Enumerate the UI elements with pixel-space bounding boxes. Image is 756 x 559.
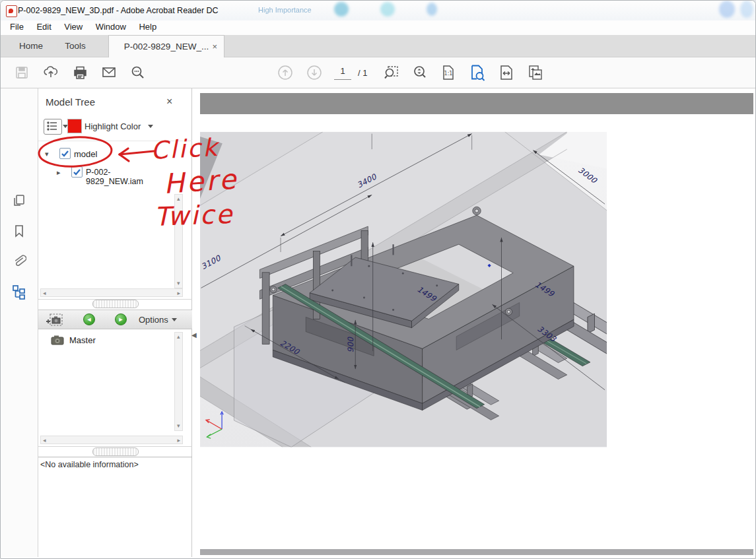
page-background-bottom bbox=[200, 549, 753, 555]
tree-horizontal-scrollbar[interactable]: ◂▸ bbox=[40, 288, 183, 297]
previous-page-button[interactable] bbox=[276, 63, 294, 82]
model-tree-icon[interactable] bbox=[10, 282, 28, 301]
page-display-button[interactable] bbox=[526, 63, 545, 82]
search-button[interactable] bbox=[129, 63, 147, 82]
attachments-icon[interactable] bbox=[10, 252, 28, 271]
ghost-icon bbox=[740, 1, 753, 18]
actual-size-button[interactable]: 1:1 bbox=[439, 63, 458, 82]
previous-view-button[interactable]: ◄ bbox=[83, 313, 95, 325]
camera-icon bbox=[50, 335, 66, 348]
views-options-label[interactable]: Options bbox=[139, 315, 168, 325]
menu-edit[interactable]: Edit bbox=[36, 22, 51, 32]
menu-help[interactable]: Help bbox=[139, 22, 156, 32]
highlight-color-caret-icon[interactable] bbox=[148, 125, 153, 128]
email-button[interactable] bbox=[100, 63, 118, 82]
chevron-down-icon[interactable]: ▾ bbox=[45, 150, 49, 158]
tree-vertical-scrollbar[interactable]: ▴▾ bbox=[174, 194, 183, 288]
tab-document[interactable]: P-002-9829_NEW_... × bbox=[108, 35, 224, 57]
title-bar: P-002-9829_NEW_3D.pdf - Adobe Acrobat Re… bbox=[1, 1, 755, 20]
tree-node-label[interactable]: P-002-9829_NEW.iam bbox=[86, 168, 143, 186]
panel-close-icon[interactable]: × bbox=[166, 96, 172, 108]
window-title: P-002-9829_NEW_3D.pdf - Adobe Acrobat Re… bbox=[18, 6, 219, 15]
tab-tools[interactable]: Tools bbox=[55, 35, 95, 57]
pdf-file-icon bbox=[6, 5, 17, 17]
highlight-color-label: Highlight Color bbox=[85, 121, 141, 131]
zoom-options-button[interactable] bbox=[411, 63, 429, 82]
save-button[interactable] bbox=[13, 63, 31, 82]
svg-text:1:1: 1:1 bbox=[444, 71, 453, 77]
zoom-page-level-button[interactable] bbox=[468, 63, 487, 82]
page-background-top bbox=[200, 93, 753, 114]
tree-options-button[interactable] bbox=[44, 119, 62, 135]
ghost-icon bbox=[427, 3, 437, 16]
highlight-color-swatch[interactable] bbox=[67, 119, 82, 133]
views-horizontal-scrollbar[interactable]: ◂▸ bbox=[40, 436, 183, 444]
fit-width-button[interactable] bbox=[497, 63, 516, 82]
next-page-button[interactable] bbox=[305, 63, 324, 82]
ghost-icon bbox=[719, 1, 735, 18]
views-vertical-scrollbar[interactable]: ▴▾ bbox=[174, 332, 183, 431]
background-ghost-text: High Importance bbox=[258, 6, 312, 14]
page-total-label: / 1 bbox=[358, 68, 367, 78]
dim-900: 900 bbox=[346, 336, 355, 352]
panel-splitter-handle[interactable] bbox=[92, 447, 139, 456]
acrobat-window: P-002-9829_NEW_3D.pdf - Adobe Acrobat Re… bbox=[0, 0, 756, 559]
panel-title: Model Tree bbox=[46, 96, 95, 108]
page-thumbnails-icon[interactable] bbox=[10, 191, 28, 210]
page-number-input[interactable]: 1 bbox=[334, 66, 351, 80]
marquee-zoom-button[interactable] bbox=[382, 63, 400, 82]
ghost-icon bbox=[334, 2, 349, 16]
model-checkbox[interactable] bbox=[59, 148, 71, 159]
create-view-button[interactable] bbox=[45, 312, 63, 331]
model-tree-panel: Model Tree × Highlight Color ▾ model ▸ P… bbox=[38, 88, 192, 557]
print-button[interactable] bbox=[71, 63, 89, 82]
3d-annotation-canvas[interactable]: 3400 3000 3100 1499 1499 2200 900 3303 bbox=[200, 118, 753, 547]
tab-bar: Home Tools P-002-9829_NEW_... × bbox=[1, 35, 755, 57]
info-bar-text: <No available information> bbox=[40, 460, 139, 469]
views-options-caret-icon[interactable] bbox=[172, 318, 177, 321]
bookmarks-icon[interactable] bbox=[10, 222, 28, 240]
next-view-button[interactable]: ► bbox=[115, 313, 127, 325]
menu-window[interactable]: Window bbox=[96, 22, 126, 32]
navigation-rail bbox=[1, 88, 38, 557]
menu-file[interactable]: File bbox=[10, 22, 24, 32]
main-toolbar: 1 / 1 1:1 bbox=[1, 57, 755, 88]
views-toolbar: ◄ ► Options bbox=[38, 310, 192, 329]
chevron-right-icon[interactable]: ▸ bbox=[57, 168, 61, 177]
tree-node-label[interactable]: model bbox=[74, 149, 97, 159]
tab-document-label[interactable]: P-002-9829_NEW_... bbox=[124, 42, 209, 51]
menu-view[interactable]: View bbox=[64, 22, 83, 32]
ghost-icon bbox=[380, 2, 395, 16]
panel-collapse-handle[interactable]: ◀ bbox=[191, 329, 199, 341]
panel-splitter-handle[interactable] bbox=[92, 300, 139, 308]
cloud-upload-button[interactable] bbox=[42, 63, 60, 82]
menu-bar: File Edit View Window Help bbox=[1, 20, 755, 35]
tab-close-icon[interactable]: × bbox=[212, 36, 217, 58]
assembly-checkbox[interactable] bbox=[71, 166, 83, 178]
tab-home[interactable]: Home bbox=[11, 35, 52, 57]
view-item-label[interactable]: Master bbox=[69, 335, 96, 345]
